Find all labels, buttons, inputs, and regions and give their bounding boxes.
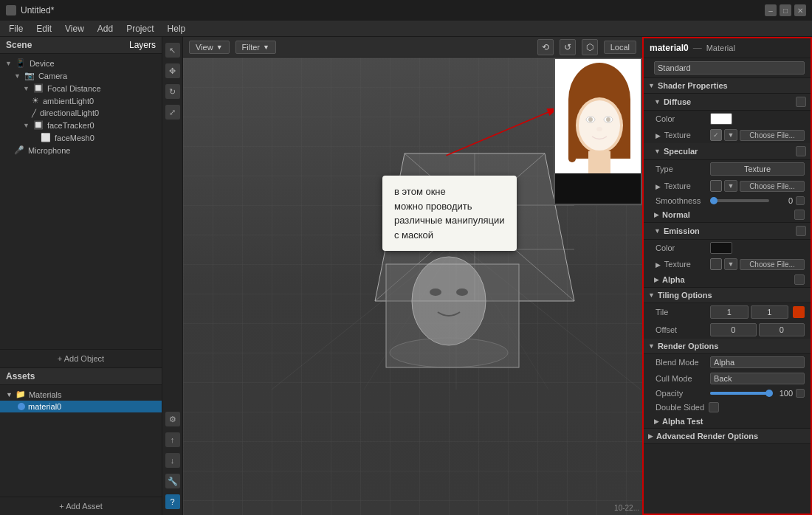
menu-add[interactable]: Add bbox=[92, 22, 119, 35]
texture-checkbox[interactable]: ✓ bbox=[710, 129, 722, 141]
emission-tex-select[interactable]: ▼ bbox=[724, 258, 737, 270]
emission-tex-check[interactable] bbox=[710, 258, 722, 270]
shader-arrow: ▼ bbox=[648, 82, 655, 89]
emission-section[interactable]: ▼ Emission bbox=[644, 223, 811, 240]
viewport-3d: в этом окнеможно проводитьразличные мани… bbox=[183, 58, 642, 515]
emission-color-swatch[interactable] bbox=[710, 242, 732, 254]
smoothness-thumb[interactable] bbox=[710, 197, 718, 204]
alpha-test-section[interactable]: ▶ Alpha Test bbox=[644, 415, 811, 429]
smoothness-toggle[interactable] bbox=[796, 196, 805, 205]
advanced-arrow: ▶ bbox=[648, 432, 653, 440]
double-sided-checkbox[interactable] bbox=[709, 402, 719, 412]
diffuse-color-row: Color bbox=[644, 111, 811, 127]
assets-materials-folder[interactable]: ▼ 📁 Materials bbox=[0, 388, 162, 401]
assets-material0[interactable]: material0 bbox=[0, 401, 162, 412]
normal-section[interactable]: ▶ Normal bbox=[644, 207, 811, 223]
add-object-button[interactable]: + Add Object bbox=[0, 349, 162, 367]
side-icon-upload[interactable]: ↑ bbox=[165, 432, 180, 447]
shader-type-select[interactable]: Standard bbox=[654, 61, 805, 75]
minimize-button[interactable]: – bbox=[765, 4, 777, 16]
local-button[interactable]: Local bbox=[604, 41, 636, 54]
menu-edit[interactable]: Edit bbox=[30, 22, 58, 35]
filter-button[interactable]: Filter ▼ bbox=[235, 41, 276, 54]
tiling-options-section[interactable]: ▼ Tiling Options bbox=[644, 288, 811, 303]
normal-toggle[interactable] bbox=[794, 210, 805, 220]
viewport-timestamp: 10-22... bbox=[614, 504, 639, 512]
smoothness-label: Smoothness bbox=[656, 196, 707, 205]
advanced-render-section[interactable]: ▶ Advanced Render Options bbox=[644, 429, 811, 444]
emission-choose-file[interactable]: Choose File... bbox=[740, 259, 805, 270]
tile-val2[interactable]: 1 bbox=[751, 305, 789, 319]
side-icon-tools[interactable]: 🔧 bbox=[165, 474, 180, 488]
diffuse-color-swatch[interactable] bbox=[710, 113, 732, 125]
opacity-track[interactable] bbox=[710, 392, 769, 395]
side-icon-download[interactable]: ↓ bbox=[165, 453, 180, 468]
specular-tex-check[interactable] bbox=[710, 180, 722, 192]
blend-mode-select[interactable]: Alpha Add Multiply bbox=[710, 356, 805, 368]
side-icon-scale[interactable]: ⤢ bbox=[165, 105, 180, 120]
title-bar-controls[interactable]: – □ ✕ bbox=[765, 4, 806, 16]
tree-item-camera[interactable]: ▼ 📷 Camera bbox=[0, 69, 162, 82]
tree-item-facemesh[interactable]: ⬜ faceMesh0 bbox=[0, 131, 162, 144]
tree-item-directional[interactable]: ╱ directionalLight0 bbox=[0, 107, 162, 119]
close-button[interactable]: ✕ bbox=[794, 4, 806, 16]
menu-help[interactable]: Help bbox=[162, 22, 192, 35]
diffuse-toggle[interactable] bbox=[796, 97, 806, 107]
side-icon-rotate[interactable]: ↻ bbox=[165, 84, 180, 99]
menu-view[interactable]: View bbox=[59, 22, 90, 35]
offset-label: Offset bbox=[656, 325, 707, 334]
specular-section[interactable]: ▼ Specular bbox=[644, 143, 811, 160]
opacity-row: Opacity 100 bbox=[644, 387, 811, 400]
cull-mode-select[interactable]: Back Front None bbox=[710, 373, 805, 384]
add-asset-button[interactable]: + Add Asset bbox=[0, 497, 162, 515]
transform-icon[interactable]: ⟲ bbox=[537, 39, 554, 55]
specular-tex-select[interactable]: ▼ bbox=[724, 180, 737, 192]
texture-dropdown[interactable]: ▼ bbox=[724, 129, 737, 141]
assets-tree: ▼ 📁 Materials material0 bbox=[0, 385, 162, 497]
viewport: View ▼ Filter ▼ ⟲ ↺ ⬡ Local bbox=[183, 37, 642, 515]
tree-item-focal[interactable]: ▼ 🔲 Focal Distance bbox=[0, 82, 162, 94]
side-icon-info[interactable]: ? bbox=[165, 494, 180, 509]
opacity-thumb[interactable] bbox=[765, 390, 773, 397]
specular-toggle[interactable] bbox=[796, 146, 806, 156]
scene-tab-layers[interactable]: Layers bbox=[129, 40, 156, 50]
arrow-facetracker: ▼ bbox=[23, 122, 30, 129]
side-icon-settings[interactable]: ⚙ bbox=[165, 412, 180, 426]
menu-file[interactable]: File bbox=[3, 22, 29, 35]
tree-item-ambient[interactable]: ☀ ambientLight0 bbox=[0, 94, 162, 107]
maximize-button[interactable]: □ bbox=[780, 4, 791, 16]
tile-val1[interactable]: 1 bbox=[710, 305, 749, 319]
emission-toggle[interactable] bbox=[796, 226, 806, 236]
alpha-toggle[interactable] bbox=[794, 274, 805, 285]
offset-val1[interactable]: 0 bbox=[710, 323, 757, 336]
render-options-section[interactable]: ▼ Render Options bbox=[644, 339, 811, 354]
reset-icon[interactable]: ↺ bbox=[560, 39, 576, 55]
smoothness-track[interactable] bbox=[710, 199, 769, 202]
view-button[interactable]: View ▼ bbox=[189, 41, 230, 54]
title-bar-left: Untitled* bbox=[6, 5, 54, 15]
emission-texture-label: ▶ Texture bbox=[656, 260, 707, 269]
tile-indicator bbox=[793, 306, 805, 318]
specular-title: Specular bbox=[664, 147, 698, 156]
grid-icon[interactable]: ⬡ bbox=[582, 39, 598, 55]
tile-row: Tile 1 1 bbox=[644, 303, 811, 321]
svg-point-12 bbox=[412, 257, 486, 345]
offset-val2[interactable]: 0 bbox=[759, 323, 805, 336]
scene-panel-tabs: Layers bbox=[129, 40, 156, 50]
shader-properties-section[interactable]: ▼ Shader Properties bbox=[644, 78, 811, 94]
side-icon-move[interactable]: ✥ bbox=[165, 63, 180, 78]
specular-choose-file[interactable]: Choose File... bbox=[740, 181, 805, 192]
side-icon-select[interactable]: ↖ bbox=[165, 43, 180, 58]
tree-item-facetracker[interactable]: ▼ 🔲 faceTracker0 bbox=[0, 119, 162, 131]
tree-item-microphone[interactable]: 🎤 Microphone bbox=[0, 144, 162, 156]
normal-title: Normal bbox=[662, 210, 690, 219]
menu-project[interactable]: Project bbox=[120, 22, 159, 35]
svg-point-13 bbox=[430, 288, 441, 296]
opacity-value: 100 bbox=[772, 389, 793, 398]
opacity-toggle[interactable] bbox=[796, 389, 805, 398]
smoothness-value: 0 bbox=[772, 196, 793, 205]
choose-file-button[interactable]: Choose File... bbox=[740, 130, 805, 141]
diffuse-section[interactable]: ▼ Diffuse bbox=[644, 94, 811, 111]
alpha-section[interactable]: ▶ Alpha bbox=[644, 272, 811, 288]
tree-item-device[interactable]: ▼ 📱 Device bbox=[0, 57, 162, 69]
